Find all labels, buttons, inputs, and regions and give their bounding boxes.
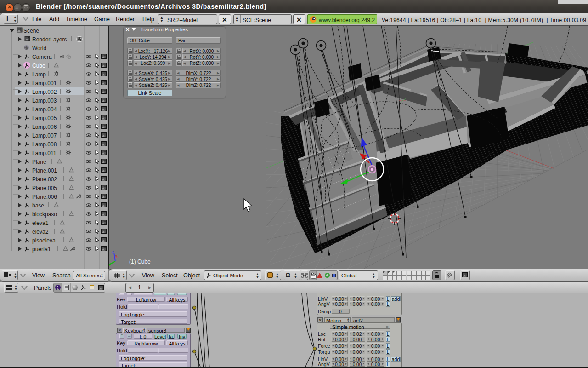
svg-text:Y: Y <box>109 262 111 267</box>
svg-text:(1) Cube: (1) Cube <box>129 259 151 265</box>
svg-text:Z: Z <box>112 250 114 254</box>
svg-text:X: X <box>115 254 118 259</box>
